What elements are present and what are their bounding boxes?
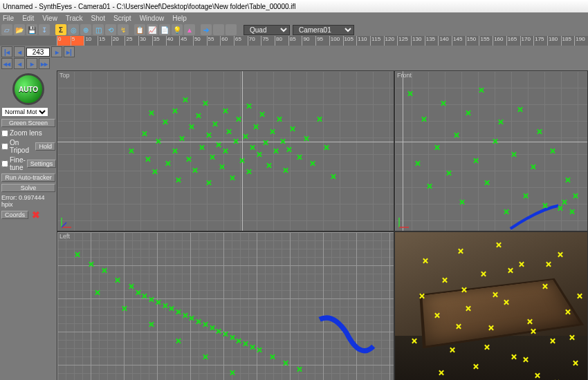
settings-button[interactable]: Settings: [27, 160, 57, 168]
new-icon[interactable]: ▱: [1, 24, 12, 35]
delete-icon[interactable]: ✖: [31, 210, 41, 220]
play-back-button[interactable]: ◂: [14, 58, 25, 69]
error-readout: Error: 0.997444 hpix: [1, 194, 55, 208]
open-icon[interactable]: 📂: [14, 24, 25, 35]
sigma-icon[interactable]: Σ: [55, 24, 66, 35]
globe-icon[interactable]: ⊕: [80, 24, 91, 35]
axis-gizmo-icon: [60, 216, 73, 229]
frame-input[interactable]: [26, 48, 50, 57]
menu-shot[interactable]: Shot: [91, 15, 106, 22]
menu-window[interactable]: Window: [140, 15, 165, 22]
green-screen-button[interactable]: Green Screen: [1, 119, 55, 127]
shuffle-icon[interactable]: ↯: [118, 24, 129, 35]
view-top[interactable]: Top: [57, 70, 394, 231]
menu-view[interactable]: View: [42, 15, 57, 22]
hold-button[interactable]: Hold: [35, 142, 55, 151]
run-auto-tracker-button[interactable]: Run Auto-tracker: [1, 173, 55, 182]
coords-button[interactable]: Coords: [1, 211, 28, 219]
menubar: File Edit View Track Shot Script Window …: [0, 12, 588, 23]
fine-tune-check[interactable]: Fine-tune: [1, 156, 26, 171]
menu-edit[interactable]: Edit: [22, 15, 34, 22]
last-frame-button[interactable]: ▸|: [64, 46, 75, 57]
play-button[interactable]: ▸: [26, 58, 37, 69]
menu-script[interactable]: Script: [113, 15, 131, 22]
zoom-in-icon[interactable]: ⊕: [226, 24, 237, 35]
rew-button[interactable]: ◂◂: [1, 58, 12, 69]
palette-icon[interactable]: ▲: [184, 24, 195, 35]
first-frame-button[interactable]: |◂: [1, 46, 12, 57]
zoom-out-icon[interactable]: ⊖: [213, 24, 224, 35]
clipboard-icon[interactable]: 📋: [134, 24, 145, 35]
cube-icon[interactable]: ◫: [93, 24, 104, 35]
tripod-check[interactable]: On Tripod: [1, 139, 34, 154]
next-frame-button[interactable]: ▸: [51, 46, 62, 57]
bulb-icon[interactable]: 💡: [172, 24, 183, 35]
solve-button[interactable]: Solve: [1, 184, 55, 192]
sidebar: AUTO Normal Motion Green Screen Zoom len…: [0, 70, 57, 380]
view-left[interactable]: Left: [57, 231, 394, 380]
prev-frame-button[interactable]: ◂: [14, 46, 25, 57]
window-title: Unnamed - SynthEyes - Camera01 - C:\User…: [3, 3, 296, 10]
view-front[interactable]: Front: [394, 70, 588, 231]
target-icon[interactable]: ◎: [68, 24, 79, 35]
camera-select[interactable]: Camera01: [293, 25, 354, 35]
viewport-quad: Top Front Left: [57, 70, 588, 380]
toolbar: ▱ 📂 💾 ↧ Σ ◎ ⊕ ◫ ⟲ ↯ 📋 📈 📄 💡 ▲ ➔ ⊖ ⊕ Quad…: [0, 23, 588, 36]
redo-icon[interactable]: ➔: [201, 24, 212, 35]
view-mode-select[interactable]: Quad: [244, 25, 290, 35]
view-camera[interactable]: [394, 231, 588, 380]
menu-file[interactable]: File: [3, 15, 14, 22]
link-icon[interactable]: ⟲: [105, 24, 116, 35]
axis-gizmo-icon: [398, 216, 410, 229]
window-titlebar: Unnamed - SynthEyes - Camera01 - C:\User…: [0, 0, 588, 12]
motion-mode-select[interactable]: Normal Motion: [1, 107, 48, 117]
menu-track[interactable]: Track: [66, 15, 83, 22]
playback-bar: |◂ ◂ ▸ ▸|: [0, 46, 588, 58]
export-icon[interactable]: ↧: [39, 24, 50, 35]
auto-button[interactable]: AUTO: [12, 73, 44, 105]
timeline-ruler[interactable]: 0510152025303540455055606570758085909510…: [0, 36, 588, 46]
save-icon[interactable]: 💾: [26, 24, 37, 35]
document-icon[interactable]: 📄: [159, 24, 170, 35]
graph-icon[interactable]: 📈: [147, 24, 158, 35]
menu-help[interactable]: Help: [172, 15, 187, 22]
ffwd-button[interactable]: ▸▸: [39, 58, 50, 69]
zoom-lens-check[interactable]: Zoom lens: [1, 129, 55, 137]
